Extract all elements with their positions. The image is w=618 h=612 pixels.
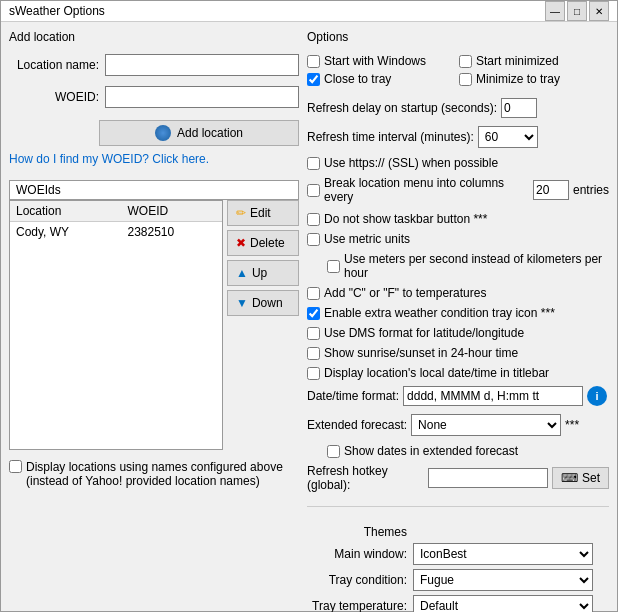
use-dms-checkbox[interactable] (307, 327, 320, 340)
tray-condition-select[interactable]: Fugue (413, 569, 593, 591)
globe-icon (155, 125, 171, 141)
themes-label: Themes (307, 525, 407, 539)
datetime-format-label: Date/time format: (307, 389, 399, 403)
show-dates-row: Show dates in extended forecast (327, 444, 609, 458)
refresh-interval-label: Refresh time interval (minutes): (307, 130, 474, 144)
refresh-startup-row: Refresh delay on startup (seconds): (307, 98, 609, 118)
hotkey-row: Refresh hotkey (global): ⌨ Set (307, 464, 609, 492)
show-sunrise-checkbox[interactable] (307, 347, 320, 360)
main-window: sWeather Options — □ ✕ Add location Loca… (0, 0, 618, 612)
start-minimized-checkbox[interactable] (459, 55, 472, 68)
display-local-checkbox[interactable] (307, 367, 320, 380)
use-https-checkbox[interactable] (307, 157, 320, 170)
set-hotkey-button[interactable]: ⌨ Set (552, 467, 609, 489)
tray-condition-label: Tray condition: (307, 573, 407, 587)
down-button[interactable]: ▼ Down (227, 290, 299, 316)
help-link[interactable]: How do I find my WOEID? Click here. (9, 152, 209, 166)
maximize-button[interactable]: □ (567, 1, 587, 21)
add-cf-checkbox[interactable] (307, 287, 320, 300)
tray-temp-select[interactable]: Default (413, 595, 593, 612)
datetime-format-row: Date/time format: i (307, 386, 609, 406)
add-cf-label: Add "C" or "F" to temperatures (324, 286, 486, 300)
woeids-action-buttons: ✏ Edit ✖ Delete ▲ Up ▼ D (227, 200, 299, 450)
set-btn-label: Set (582, 471, 600, 485)
close-tray-label: Close to tray (324, 72, 391, 86)
display-locations-checkbox[interactable] (9, 460, 22, 473)
delete-button[interactable]: ✖ Delete (227, 230, 299, 256)
hotkey-input[interactable] (428, 468, 548, 488)
extended-forecast-label: Extended forecast: (307, 418, 407, 432)
extended-forecast-suffix: *** (565, 418, 579, 432)
titlebar: sWeather Options — □ ✕ (1, 1, 617, 22)
enable-extra-checkbox[interactable] (307, 307, 320, 320)
break-menu-row: Break location menu into columns every e… (307, 176, 609, 204)
minimize-tray-row: Minimize to tray (459, 72, 609, 86)
use-dms-row: Use DMS format for latitude/longitude (307, 326, 609, 340)
minimize-tray-checkbox[interactable] (459, 73, 472, 86)
add-location-group-label: Add location (9, 30, 299, 44)
woeids-label: WOEIds (9, 180, 299, 200)
close-tray-checkbox[interactable] (307, 73, 320, 86)
start-minimized-row: Start minimized (459, 54, 609, 68)
edit-button[interactable]: ✏ Edit (227, 200, 299, 226)
refresh-interval-row: Refresh time interval (minutes): 60 30 1… (307, 126, 609, 148)
add-cf-row: Add "C" or "F" to temperatures (307, 286, 609, 300)
close-button[interactable]: ✕ (589, 1, 609, 21)
location-name-input[interactable] (105, 54, 299, 76)
extended-forecast-row: Extended forecast: None *** (307, 414, 609, 436)
display-locations-row: Display locations using names configured… (9, 460, 299, 488)
divider (307, 506, 609, 507)
tray-condition-row: Tray condition: Fugue (307, 569, 609, 591)
use-https-label: Use https:// (SSL) when possible (324, 156, 498, 170)
break-menu-input[interactable] (533, 180, 569, 200)
options-top-grid: Start with Windows Start minimized Close… (307, 54, 609, 88)
start-windows-label: Start with Windows (324, 54, 426, 68)
add-location-btn-label: Add location (177, 126, 243, 140)
start-minimized-label: Start minimized (476, 54, 559, 68)
up-btn-label: Up (252, 266, 267, 280)
up-button[interactable]: ▲ Up (227, 260, 299, 286)
up-icon: ▲ (236, 266, 248, 280)
break-menu-label: Break location menu into columns every (324, 176, 529, 204)
main-window-label: Main window: (307, 547, 407, 561)
woeids-list[interactable]: Location WOEID Cody, WY 2382510 (9, 200, 223, 450)
woeids-table: Location WOEID Cody, WY 2382510 (10, 201, 222, 242)
display-locations-label: Display locations using names configured… (26, 460, 283, 488)
break-menu-checkbox[interactable] (307, 184, 320, 197)
no-taskbar-row: Do not show taskbar button *** (307, 212, 609, 226)
delete-icon: ✖ (236, 236, 246, 250)
use-meters-checkbox[interactable] (327, 260, 340, 273)
left-panel: Add location Location name: WOEID: Add l… (9, 30, 299, 612)
show-dates-checkbox[interactable] (327, 445, 340, 458)
enable-extra-label: Enable extra weather condition tray icon… (324, 306, 555, 320)
use-metric-checkbox[interactable] (307, 233, 320, 246)
start-windows-row: Start with Windows (307, 54, 457, 68)
edit-icon: ✏ (236, 206, 246, 220)
keyboard-icon: ⌨ (561, 471, 578, 485)
display-local-label: Display location's local date/time in ti… (324, 366, 549, 380)
woeids-section: WOEIds Location WOEID (9, 180, 299, 450)
refresh-interval-select[interactable]: 60 30 15 (478, 126, 538, 148)
start-windows-checkbox[interactable] (307, 55, 320, 68)
extended-forecast-select[interactable]: None (411, 414, 561, 436)
edit-btn-label: Edit (250, 206, 271, 220)
main-window-row: Main window: IconBest (307, 543, 609, 565)
use-meters-label: Use meters per second instead of kilomet… (344, 252, 609, 280)
woeid-input[interactable] (105, 86, 299, 108)
down-btn-label: Down (252, 296, 283, 310)
use-metric-label: Use metric units (324, 232, 410, 246)
no-taskbar-checkbox[interactable] (307, 213, 320, 226)
enable-extra-row: Enable extra weather condition tray icon… (307, 306, 609, 320)
row-location: Cody, WY (10, 222, 121, 243)
minimize-button[interactable]: — (545, 1, 565, 21)
add-location-button[interactable]: Add location (99, 120, 299, 146)
refresh-startup-label: Refresh delay on startup (seconds): (307, 101, 497, 115)
main-window-select[interactable]: IconBest (413, 543, 593, 565)
table-row[interactable]: Cody, WY 2382510 (10, 222, 222, 243)
display-local-row: Display location's local date/time in ti… (307, 366, 609, 380)
col-woeid-header: WOEID (121, 201, 222, 222)
refresh-startup-input[interactable] (501, 98, 537, 118)
info-button[interactable]: i (587, 386, 607, 406)
no-taskbar-label: Do not show taskbar button *** (324, 212, 487, 226)
datetime-format-input[interactable] (403, 386, 583, 406)
